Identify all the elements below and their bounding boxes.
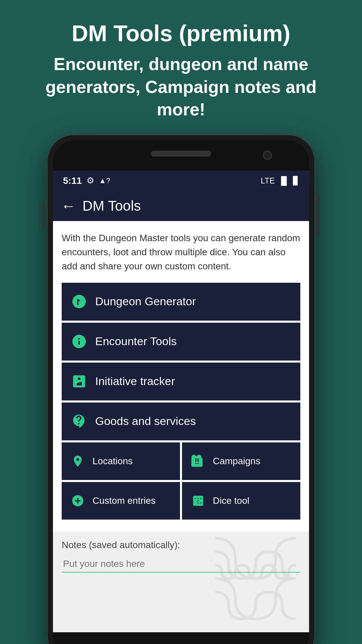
nav-title: DM Tools (82, 198, 141, 214)
phone-wrapper: 5:11 ⚙ ▲? LTE ▐▌ ▊ ← DM Tools With the D… (40, 135, 322, 644)
goods-and-services-button[interactable]: Goods and services (62, 402, 300, 440)
campaigns-button[interactable]: Campaigns (182, 442, 300, 480)
signal-bars-icon: ▐▌ (278, 176, 290, 185)
dungeon-generator-button[interactable]: Dungeon Generator (62, 283, 300, 321)
encounter-tools-icon (70, 332, 88, 351)
header-title: DM Tools (premium) (27, 20, 335, 46)
dungeon-generator-label: Dungeon Generator (95, 295, 196, 308)
header-section: DM Tools (premium) Encounter, dungeon an… (0, 0, 362, 135)
dice-tool-label: Dice tool (213, 495, 249, 506)
back-arrow-icon[interactable]: ← (61, 198, 76, 214)
content-area: With the Dungeon Master tools you can ge… (53, 221, 309, 532)
initiative-tracker-button[interactable]: Initiative tracker (62, 363, 300, 400)
grid-row-1: Locations Campaigns (62, 442, 300, 480)
initiative-tracker-label: Initiative tracker (95, 375, 175, 388)
status-right: LTE ▐▌ ▊ (261, 176, 299, 185)
notes-section: Notes (saved automatically): (53, 532, 309, 632)
encounter-tools-label: Encounter Tools (95, 335, 177, 348)
encounter-tools-button[interactable]: Encounter Tools (62, 323, 300, 361)
status-time: 5:11 (63, 175, 82, 186)
side-button-right (317, 195, 320, 235)
goods-and-services-icon (70, 412, 88, 431)
locations-label: Locations (93, 456, 133, 467)
phone-inner: 5:11 ⚙ ▲? LTE ▐▌ ▊ ← DM Tools With the D… (53, 141, 309, 644)
initiative-tracker-icon (70, 372, 88, 391)
signal-icon: ▲? (99, 176, 110, 185)
side-button-left (42, 202, 45, 228)
nav-bar: ← DM Tools (53, 191, 309, 221)
custom-entries-label: Custom entries (93, 495, 156, 506)
speaker-grille (151, 151, 211, 157)
locations-button[interactable]: Locations (62, 442, 180, 480)
phone-bottom (53, 632, 309, 644)
dungeon-generator-icon (70, 292, 88, 311)
description-text: With the Dungeon Master tools you can ge… (62, 231, 300, 273)
campaigns-icon (189, 452, 207, 471)
phone-outer: 5:11 ⚙ ▲? LTE ▐▌ ▊ ← DM Tools With the D… (47, 135, 315, 644)
lte-label: LTE (261, 176, 275, 185)
goods-and-services-label: Goods and services (95, 415, 196, 428)
dice-tool-icon (189, 491, 207, 510)
header-subtitle: Encounter, dungeon and name generators, … (27, 53, 335, 121)
custom-entries-button[interactable]: Custom entries (62, 482, 180, 520)
front-camera (263, 151, 272, 160)
battery-icon: ▊ (293, 176, 299, 185)
gear-icon: ⚙ (86, 175, 94, 186)
custom-entries-icon (68, 491, 87, 510)
dice-tool-button[interactable]: Dice tool (182, 482, 300, 520)
status-bar: 5:11 ⚙ ▲? LTE ▐▌ ▊ (53, 171, 309, 191)
locations-icon (68, 452, 87, 471)
campaigns-label: Campaigns (213, 456, 260, 467)
grid-row-2: Custom entries Dice tool (62, 482, 300, 520)
phone-top-bar (53, 141, 309, 171)
status-left: 5:11 ⚙ ▲? (63, 175, 110, 186)
celtic-pattern-decoration (208, 532, 309, 632)
